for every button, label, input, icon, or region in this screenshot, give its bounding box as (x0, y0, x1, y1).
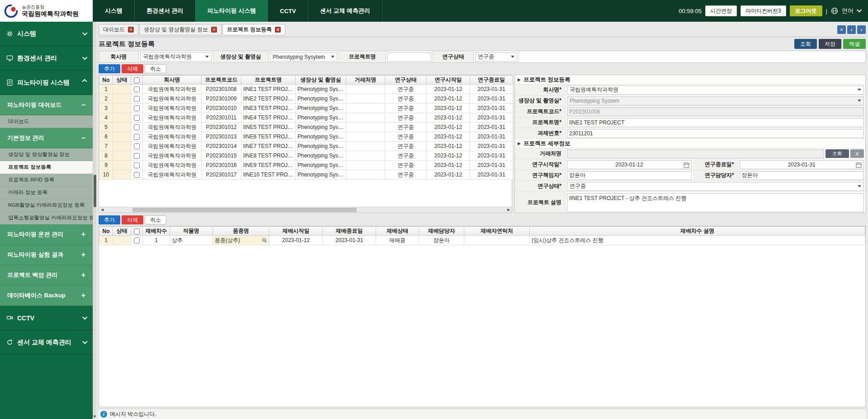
sidebar-menu-item[interactable]: 대쉬보드 (0, 115, 93, 128)
scrollbar-track[interactable] (105, 207, 505, 213)
table-row[interactable]: 9국립원예특작과학원P202301016lINE9 TEST PROJECTPh… (99, 161, 513, 170)
sidebar-group-item[interactable]: 프로젝트 백업 관리+ (0, 265, 93, 286)
column-header[interactable]: 품종명 (213, 227, 269, 236)
company-select[interactable]: 국립원예특작과학원 (567, 86, 864, 95)
column-header[interactable]: 재배상태 (376, 227, 419, 236)
row-checkbox[interactable] (134, 86, 140, 92)
logout-button[interactable]: 로그아웃 (790, 5, 822, 16)
add-row-button[interactable]: 추가 (99, 215, 120, 224)
customer-clear-button[interactable]: X (850, 149, 864, 158)
top-nav-item[interactable]: 센서 교체 예측관리 (308, 0, 382, 22)
sidebar-root-item[interactable]: 피노타이핑 시스템 (0, 71, 93, 95)
variety-cell[interactable]: 품종(상추) (213, 236, 269, 245)
table-row[interactable]: 6국립원예특작과학원P202301013lINE6 TEST PROJECTPh… (99, 132, 513, 142)
column-header[interactable]: No (99, 227, 113, 236)
scroll-right-arrow-icon[interactable]: ▶ (505, 208, 512, 212)
project-description-textarea[interactable]: lINE1 TEST PROJECT - 상추 건조스트레스 진행 (567, 193, 864, 212)
research-manager-input[interactable] (740, 171, 864, 180)
sidebar-menu-item[interactable]: 카메라 정보 등록 (0, 186, 93, 199)
delete-row-button[interactable]: 삭제 (122, 215, 143, 224)
column-header[interactable]: 재배종료일 (323, 227, 376, 236)
table-row[interactable]: 8국립원예특작과학원P202301015lINE8 TEST PROJECTPh… (99, 151, 513, 161)
scroll-left-arrow-icon[interactable]: ◀ (99, 208, 105, 212)
logo[interactable]: 농촌진흥청 국립원예특작과학원 (0, 0, 93, 22)
excel-button[interactable]: 엑셀 (843, 39, 866, 49)
column-header[interactable]: 재배자연락처 (464, 227, 530, 236)
tab-scroll-right-button[interactable]: › (857, 25, 866, 34)
row-checkbox[interactable] (134, 238, 140, 243)
room-select[interactable]: Phenotyping System (567, 96, 864, 105)
column-header[interactable]: 재배시작일 (269, 227, 323, 236)
row-checkbox[interactable] (134, 172, 140, 178)
sidebar-group-item[interactable]: 기본정보 관리− (0, 128, 93, 148)
scrollbar-thumb[interactable] (132, 208, 357, 212)
row-checkbox[interactable] (134, 134, 140, 140)
row-checkbox[interactable] (134, 153, 140, 159)
language-label[interactable]: 언어 (842, 7, 854, 15)
globe-icon[interactable] (831, 7, 838, 14)
sidebar-group-item[interactable]: 피노타이핑 운전 관리+ (0, 224, 93, 245)
sidebar-group-item[interactable]: 데이타베이스 Backup+ (0, 286, 93, 306)
research-end-date-input[interactable]: 2023-01-31 (740, 160, 864, 169)
save-button[interactable]: 저장 (819, 39, 841, 49)
sidebar-menu-item[interactable]: 생장상 및 영상촬영실 정보 (0, 148, 93, 161)
column-header[interactable]: 거래처명 (346, 76, 385, 85)
research-status-select[interactable]: 연구중 (567, 182, 864, 191)
column-header[interactable]: 상태 (113, 227, 131, 236)
tab-scroll-left-button[interactable]: ‹ (847, 25, 856, 34)
table-row[interactable]: 5국립원예특작과학원P202301012lINE5 TEST PROJECTPh… (99, 123, 513, 132)
user-button[interactable]: 아이티컨버전3 (741, 5, 786, 16)
filter-room-select[interactable]: Phenotyping Sysytem (270, 52, 337, 62)
search-button[interactable]: 조회 (794, 39, 817, 49)
research-lead-input[interactable] (567, 171, 692, 180)
column-header[interactable]: 회사명 (143, 76, 202, 85)
row-checkbox[interactable] (134, 105, 140, 111)
task-number-input[interactable] (567, 129, 864, 138)
sidebar-menu-item[interactable]: RGB촬영실 카메라좌표정보 등록 (0, 199, 93, 212)
research-start-date-input[interactable]: 2023-01-12 (567, 160, 692, 169)
column-header[interactable]: 재배차수 설명 (530, 227, 865, 236)
tab-item[interactable]: 프로젝트 정보등록× (222, 24, 285, 35)
column-header[interactable]: 프로젝트코드 (202, 76, 241, 85)
column-header[interactable]: 연구종료일 (470, 76, 513, 85)
sidebar-root-item[interactable]: CCTV (0, 306, 93, 330)
filter-status-select[interactable]: 연구중 (475, 52, 517, 62)
top-nav-item[interactable]: CCTV (268, 0, 307, 22)
select-all-checkbox[interactable] (134, 229, 140, 234)
tab-close-icon[interactable]: × (211, 27, 217, 33)
top-nav-item[interactable]: 시스템 (93, 0, 134, 22)
row-checkbox[interactable] (134, 115, 140, 121)
sidebar-root-item[interactable]: 센서 교체 예측관리 (0, 330, 93, 355)
sidebar-menu-item[interactable]: 프로젝트 RFID 등록 (0, 174, 93, 186)
add-row-button[interactable]: 추가 (99, 64, 120, 73)
column-header[interactable]: 재배차수 (143, 227, 170, 236)
cancel-button[interactable]: 취소 (145, 215, 166, 224)
sidebar-scrollbar[interactable]: ▼ (93, 22, 96, 419)
tab-item[interactable]: 대쉬보드× (99, 24, 138, 35)
calendar-icon[interactable] (856, 162, 862, 169)
column-header[interactable]: 상태 (113, 76, 131, 85)
column-header[interactable]: 연구시작일 (427, 76, 470, 85)
column-header[interactable]: No (99, 76, 113, 85)
sidebar-root-item[interactable]: 시스템 (0, 22, 93, 46)
sidebar-menu-item[interactable]: 프로젝트 정보등록 (0, 161, 93, 174)
row-checkbox[interactable] (134, 96, 140, 102)
filter-company-select[interactable]: 국립원예특작과학원 (140, 52, 212, 62)
table-row[interactable]: 7국립원예특작과학원P202301014lINE7 TEST PROJECTPh… (99, 142, 513, 151)
table-row[interactable]: 3국립원예특작과학원P202301010lINE3 TEST PROJECTPh… (99, 104, 513, 113)
table-row[interactable]: 1국립원예특작과학원P202301008lINE1 TEST PROJECTPh… (99, 85, 513, 94)
sidebar-root-item[interactable]: 환경센서 관리 (0, 46, 93, 71)
column-header[interactable]: 연구상태 (385, 76, 427, 85)
row-checkbox[interactable] (134, 162, 140, 168)
row-checkbox[interactable] (134, 124, 140, 130)
table-row[interactable]: 10국립원예특작과학원P202301017lINE10 TEST PROJE..… (99, 170, 513, 180)
tab-close-icon[interactable]: × (275, 27, 281, 33)
tab-item[interactable]: 생장상 및 영상촬영실 정보× (139, 24, 222, 35)
search-magnifier-icon[interactable] (262, 238, 267, 243)
top-nav-item[interactable]: 환경센서 관리 (134, 0, 195, 22)
tab-close-icon[interactable]: × (128, 27, 134, 33)
column-header[interactable]: 작물명 (170, 227, 213, 236)
close-all-tabs-button[interactable]: × (837, 25, 846, 34)
calendar-icon[interactable] (684, 162, 689, 169)
chevron-down-icon[interactable] (857, 7, 862, 12)
